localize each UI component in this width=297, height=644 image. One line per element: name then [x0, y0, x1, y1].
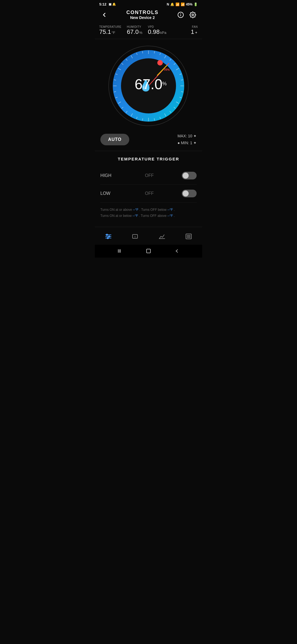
fan-min-icon: ✦ — [193, 141, 197, 145]
fan-label: FAN — [192, 25, 198, 28]
svg-point-53 — [106, 234, 108, 235]
sensor-row: TEMPERATURE 75.1 °F HUMIDITY 67.0 % VPD … — [95, 23, 202, 39]
temperature-value: 75.1 °F — [99, 28, 121, 36]
humidity-label: HUMIDITY — [127, 25, 142, 28]
status-right: N 🔔 📶 📶 45% 🔋 — [167, 2, 198, 6]
nfc-icon: N — [167, 2, 169, 6]
nav-list-button[interactable] — [183, 230, 195, 242]
info-button[interactable] — [176, 10, 186, 20]
high-label: HIGH — [100, 173, 117, 178]
low-trigger-row: LOW OFF — [100, 185, 197, 203]
bottom-nav: A — [95, 227, 202, 245]
fan-info: MAX: 10 ✦ ● MIN: 1 ✦ — [177, 133, 197, 146]
humidity-value: 67.0 % — [127, 28, 142, 36]
battery-icon: 🔋 — [194, 2, 198, 6]
low-label: LOW — [100, 191, 117, 196]
vpd-label: VPD — [148, 25, 166, 28]
header: CONTROLS New Device 2 — [95, 7, 202, 23]
high-status: OFF — [117, 173, 182, 178]
android-back-button[interactable] — [174, 248, 180, 255]
signal-bar-icon: 📶 — [181, 2, 185, 6]
svg-point-3 — [192, 14, 194, 16]
dot-icon: ● — [178, 141, 181, 145]
battery-text: 45% — [186, 2, 193, 6]
min-label: MIN: — [181, 141, 189, 145]
info-line-2: Turns ON at or below --°F . Turns OFF ab… — [100, 213, 197, 219]
svg-text:A: A — [134, 235, 136, 238]
trigger-section: TEMPERATURE TRIGGER HIGH OFF LOW OFF — [95, 151, 202, 203]
vpd-value: 0.98 kPa — [148, 28, 166, 36]
temperature-label: TEMPERATURE — [99, 25, 121, 28]
nav-chart-button[interactable] — [156, 230, 168, 242]
status-bar: 5:12 ▣ 🔔 N 🔔 📶 📶 45% 🔋 — [95, 0, 202, 7]
max-value: 10 — [188, 134, 193, 138]
nav-controls-button[interactable] — [102, 230, 114, 242]
svg-text:%: % — [162, 81, 167, 86]
info-line-1: Turns ON at or above --°F . Turns OFF be… — [100, 207, 197, 213]
fan-value: 1 ✦ — [191, 28, 198, 36]
nav-alarm-button[interactable]: A — [129, 230, 141, 242]
page-title: CONTROLS — [109, 10, 176, 15]
vpd-sensor: VPD 0.98 kPa — [148, 25, 166, 36]
svg-rect-66 — [147, 249, 150, 253]
auto-button[interactable]: AUTO — [100, 134, 129, 145]
alarm-icon: 🔔 — [170, 2, 174, 6]
settings-button[interactable] — [188, 10, 198, 20]
min-value: 1 — [190, 141, 192, 145]
humidity-gauge[interactable]: 70% 💧 67.0 % — [107, 45, 190, 127]
max-label: MAX: — [177, 134, 187, 138]
fan-max-icon: ✦ — [193, 134, 197, 138]
android-recent-button[interactable] — [117, 248, 123, 255]
svg-text:70%: 70% — [164, 68, 170, 71]
high-trigger-row: HIGH OFF — [100, 167, 197, 185]
status-left: 5:12 ▣ 🔔 — [99, 2, 116, 6]
svg-point-45 — [157, 60, 163, 66]
back-button[interactable] — [99, 10, 109, 20]
android-nav — [95, 245, 202, 258]
svg-text:67.0: 67.0 — [134, 76, 162, 92]
android-home-button[interactable] — [145, 248, 152, 255]
svg-point-54 — [108, 236, 110, 237]
gauge-container: 70% 💧 67.0 % — [95, 39, 202, 130]
low-toggle[interactable] — [182, 190, 197, 197]
fan-sensor: FAN 1 ✦ — [191, 25, 198, 36]
wifi-icon: 📶 — [175, 2, 180, 6]
signal-icons: ▣ 🔔 — [109, 2, 116, 6]
temperature-sensor: TEMPERATURE 75.1 °F — [99, 25, 121, 36]
device-name: New Device 2 — [109, 15, 176, 20]
time: 5:12 — [99, 2, 106, 6]
controls-row: AUTO MAX: 10 ✦ ● MIN: 1 ✦ — [95, 130, 202, 151]
header-center: CONTROLS New Device 2 — [109, 10, 176, 20]
high-toggle[interactable] — [182, 172, 197, 179]
info-text: Turns ON at or above --°F . Turns OFF be… — [95, 203, 202, 221]
low-status: OFF — [117, 191, 182, 196]
svg-point-55 — [107, 237, 108, 239]
humidity-sensor: HUMIDITY 67.0 % — [127, 25, 142, 36]
trigger-title: TEMPERATURE TRIGGER — [100, 157, 197, 161]
